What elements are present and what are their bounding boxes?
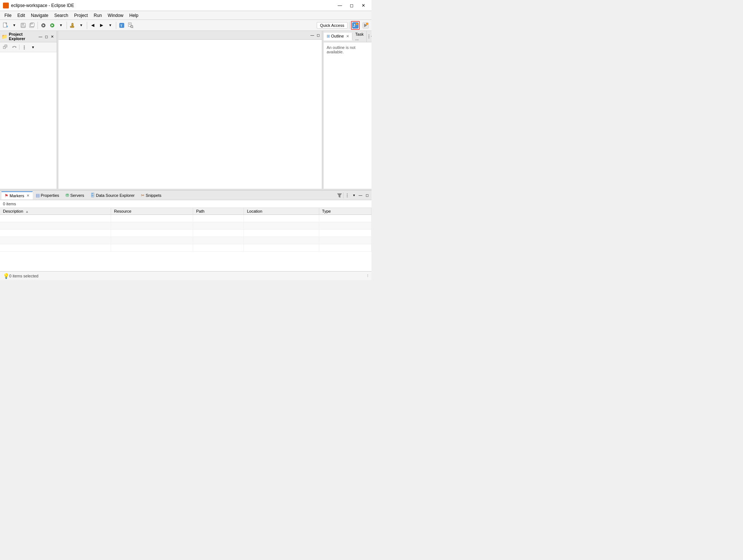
markers-filter-button[interactable]	[337, 192, 342, 198]
editor-area: — ◻	[58, 31, 322, 189]
editor-content[interactable]	[58, 40, 322, 189]
svg-point-42	[24, 46, 25, 47]
markers-close-icon[interactable]: ✕	[26, 194, 29, 198]
restore-button[interactable]: ◻	[346, 1, 357, 10]
servers-icon: ⛃	[65, 193, 69, 198]
svg-point-40	[13, 47, 14, 48]
external-tools-button[interactable]	[68, 21, 77, 29]
menu-window[interactable]: Window	[105, 12, 127, 19]
menu-navigate[interactable]: Navigate	[28, 12, 51, 19]
svg-line-29	[132, 27, 133, 28]
outline-tab[interactable]: ⊞ Outline ✕	[324, 33, 352, 40]
project-explorer-header: 📁 Project Explorer — ◻ ✕	[0, 31, 57, 42]
data-source-explorer-tab[interactable]: 🗄 Data Source Explorer	[88, 192, 138, 199]
link-with-editor-button[interactable]	[10, 43, 18, 51]
forward-button[interactable]: ▶	[97, 21, 106, 29]
col-resource-label: Resource	[114, 209, 131, 213]
svg-point-22	[72, 24, 73, 25]
toolbar-separator-2	[67, 22, 67, 29]
editor-maximize[interactable]: ◻	[315, 32, 321, 38]
quick-access-button[interactable]: Quick Access	[317, 22, 348, 29]
bottom-minimize[interactable]: —	[358, 192, 363, 198]
bottom-maximize[interactable]: ◻	[364, 192, 370, 198]
snippets-tab[interactable]: ✂ Snippets	[138, 192, 165, 199]
editor-minimize[interactable]: —	[309, 32, 315, 38]
new-dropdown-button[interactable]: ▾	[10, 21, 18, 29]
col-type-label: Type	[322, 209, 331, 213]
task-tab[interactable]: Task ...	[352, 31, 367, 42]
open-resource-button[interactable]	[127, 21, 135, 29]
bottom-dropdown[interactable]: ▾	[351, 192, 357, 198]
svg-point-2	[3, 3, 9, 8]
bottom-view-menu[interactable]	[344, 192, 350, 198]
debug-config-button[interactable]	[39, 21, 47, 29]
minimize-button[interactable]: —	[335, 1, 345, 10]
new-button[interactable]	[1, 21, 10, 29]
menu-edit[interactable]: Edit	[14, 12, 28, 19]
outline-dropdown[interactable]: ▾	[371, 33, 372, 39]
menu-project[interactable]: Project	[71, 12, 90, 19]
menu-help[interactable]: Help	[127, 12, 142, 19]
work-area: 📁 Project Explorer — ◻ ✕	[0, 31, 372, 189]
outline-content: An outline is not available.	[324, 42, 372, 189]
col-path[interactable]: Path	[193, 208, 244, 215]
col-description[interactable]: Description ▲	[0, 208, 111, 215]
bottom-tab-bar: ⚑ Markers ✕ ▤ Properties ⛃ Servers 🗄 Dat…	[0, 191, 372, 200]
outline-view-menu[interactable]	[367, 33, 371, 39]
svg-rect-9	[22, 23, 24, 25]
save-button[interactable]	[19, 21, 27, 29]
pe-dropdown-button[interactable]: ▾	[29, 43, 37, 51]
status-icon: 💡	[3, 273, 9, 279]
debug-perspective-button[interactable]: ☆	[361, 21, 370, 30]
nav-dropdown-button[interactable]: ▾	[106, 21, 114, 29]
collapse-all-button[interactable]	[1, 43, 10, 51]
toolbar-right: Quick Access J ☆ ☆	[317, 21, 370, 30]
menu-search[interactable]: Search	[51, 12, 71, 19]
close-button[interactable]: ✕	[358, 1, 369, 10]
project-explorer-icon: 📁	[1, 34, 7, 39]
markers-table-container: Description ▲ Resource Path Location	[0, 208, 372, 271]
pe-toolbar-sep	[19, 45, 19, 50]
run-button[interactable]	[48, 21, 56, 29]
outline-no-content-text: An outline is not available.	[327, 45, 355, 54]
java-perspective-button[interactable]: J ☆	[351, 21, 360, 30]
servers-tab[interactable]: ⛃ Servers	[63, 192, 88, 199]
properties-tab-label: Properties	[41, 193, 59, 198]
open-type-button[interactable]: T	[118, 21, 126, 29]
svg-text:☆: ☆	[356, 23, 358, 25]
outline-close-icon[interactable]: ✕	[346, 34, 349, 38]
task-tab-label: Task ...	[355, 32, 364, 41]
project-explorer-minimize[interactable]: —	[38, 33, 43, 39]
editor-tab-bar: — ◻	[58, 31, 322, 40]
table-row	[0, 230, 372, 237]
status-dots: ⁝	[367, 273, 369, 278]
col-type[interactable]: Type	[319, 208, 371, 215]
col-location[interactable]: Location	[244, 208, 319, 215]
col-resource[interactable]: Resource	[111, 208, 193, 215]
toolbar-separator-3	[87, 22, 87, 29]
markers-tab[interactable]: ⚑ Markers ✕	[1, 191, 33, 199]
col-location-label: Location	[247, 209, 262, 213]
bottom-tab-actions: ▾ — ◻	[337, 192, 370, 198]
main-layout: 📁 Project Explorer — ◻ ✕	[0, 31, 372, 271]
back-button[interactable]: ◀	[89, 21, 97, 29]
project-explorer-title: Project Explorer	[9, 32, 38, 41]
project-explorer-close[interactable]: ✕	[49, 33, 55, 39]
window-controls[interactable]: — ◻ ✕	[335, 1, 369, 10]
menu-run[interactable]: Run	[91, 12, 105, 19]
title-bar: eclipse-workspace - Eclipse IDE — ◻ ✕	[0, 0, 372, 11]
external-tools-dropdown-button[interactable]: ▾	[77, 21, 85, 29]
svg-marker-48	[337, 194, 342, 198]
datasrc-tab-label: Data Source Explorer	[96, 193, 135, 198]
run-dropdown-button[interactable]: ▾	[57, 21, 65, 29]
save-all-button[interactable]	[28, 21, 36, 29]
markers-icon: ⚑	[4, 193, 8, 198]
pe-view-menu-button[interactable]	[20, 43, 28, 51]
toolbar-separator-4	[116, 22, 116, 29]
project-explorer-maximize[interactable]: ◻	[43, 33, 49, 39]
col-path-label: Path	[196, 209, 205, 213]
menu-file[interactable]: File	[1, 12, 14, 19]
project-explorer-content	[0, 52, 57, 189]
properties-tab[interactable]: ▤ Properties	[33, 192, 63, 199]
toolbar-sep-right	[349, 22, 349, 29]
